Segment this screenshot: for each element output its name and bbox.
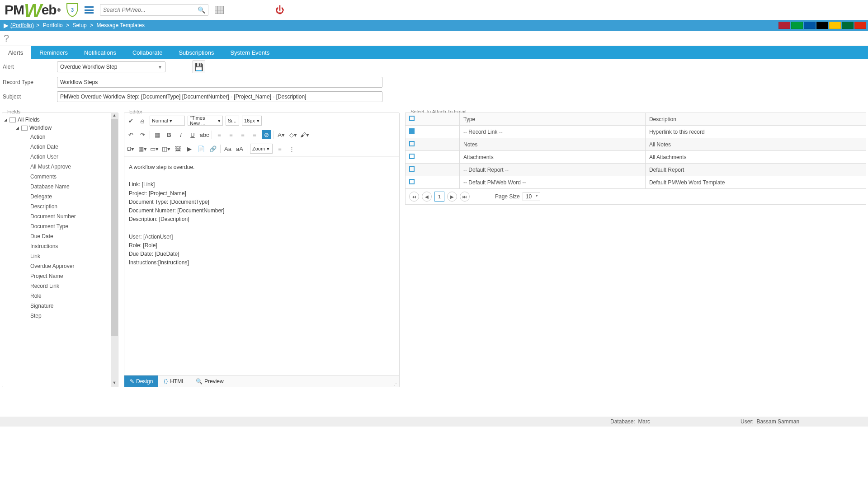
field-database-name[interactable]: Database Name (4, 182, 116, 192)
link-icon[interactable]: 🔗 (208, 144, 217, 153)
save-button[interactable]: 💾 (193, 61, 205, 73)
design-tab[interactable]: ✎Design (124, 375, 158, 387)
scroll-down-icon[interactable]: ▼ (111, 380, 118, 387)
attach-checkbox[interactable] (409, 128, 415, 134)
field-instructions[interactable]: Instructions (4, 241, 116, 251)
field-delegate[interactable]: Delegate (4, 192, 116, 202)
field-due-date[interactable]: Due Date (4, 231, 116, 241)
select-all-icon[interactable]: ▦ (153, 130, 162, 139)
print-icon[interactable]: 🖨 (138, 116, 147, 125)
search-input[interactable] (103, 7, 198, 13)
pager-current[interactable]: 1 (434, 192, 444, 202)
breadcrumb-root[interactable]: (Portfolio) (10, 22, 34, 28)
tab-notifications[interactable]: Notifications (76, 46, 124, 59)
remove-align-icon[interactable]: ⊘ (262, 130, 271, 139)
align-right-icon[interactable]: ≡ (238, 130, 247, 139)
field-role[interactable]: Role (4, 291, 116, 301)
field-action-user[interactable]: Action User (4, 152, 116, 162)
subject-field[interactable]: PMWeb Overdue Workflow Step: [DocumentTy… (57, 91, 382, 102)
editor-body[interactable]: A workflow step is overdue. Link: [Link]… (124, 157, 399, 273)
tab-system-events[interactable]: System Events (222, 46, 278, 59)
media-icon[interactable]: ▶ (185, 144, 194, 153)
flag-0[interactable] (778, 22, 790, 29)
breadcrumb-item-0[interactable]: Portfolio (43, 22, 63, 28)
align-center-icon[interactable]: ≡ (226, 130, 236, 139)
image-icon[interactable]: 🖼 (173, 144, 182, 153)
tree-scrollbar[interactable]: ▲ ▼ (111, 113, 118, 387)
attach-checkbox[interactable] (409, 141, 415, 146)
flag-1[interactable] (791, 22, 803, 29)
font-size-select[interactable]: 16px▾ (242, 116, 262, 126)
search-icon[interactable]: 🔍 (198, 6, 205, 14)
field-document-number[interactable]: Document Number (4, 211, 116, 221)
case-upper-icon[interactable]: Aa (223, 144, 232, 153)
collapse-icon[interactable]: ◢ (4, 117, 9, 122)
border-icon[interactable]: ▭▾ (150, 144, 159, 153)
attach-checkbox[interactable] (409, 154, 415, 159)
field-document-type[interactable]: Document Type (4, 221, 116, 231)
menu-icon[interactable] (85, 6, 94, 14)
page-size-select[interactable]: 10 (523, 192, 540, 201)
flag-3[interactable] (816, 22, 828, 29)
italic-icon[interactable]: I (176, 130, 185, 139)
tab-subscriptions[interactable]: Subscriptions (170, 46, 222, 59)
font-realsize-select[interactable]: Si... (226, 116, 239, 126)
field-link[interactable]: Link (4, 251, 116, 261)
underline-icon[interactable]: U (188, 130, 197, 139)
zoom-select[interactable]: Zoom▾ (250, 144, 273, 154)
redo-icon[interactable]: ↷ (138, 130, 147, 139)
search-box[interactable]: 🔍 (100, 4, 208, 16)
pager-last[interactable]: ⏭ (460, 192, 470, 202)
alert-dropdown[interactable]: Overdue Workflow Step ▼ (57, 61, 165, 72)
field-overdue-approver[interactable]: Overdue Approver (4, 261, 116, 271)
unordered-list-icon[interactable]: ⋮ (287, 144, 296, 153)
tree-root[interactable]: ◢ All Fields (4, 116, 116, 124)
document-icon[interactable]: 📄 (197, 144, 206, 153)
record-type-field[interactable]: Workflow Steps (57, 77, 382, 88)
bold-icon[interactable]: B (165, 130, 174, 139)
align-left-icon[interactable]: ≡ (215, 130, 224, 139)
resize-handle-icon[interactable]: ⋰ (394, 381, 398, 386)
pager-first[interactable]: ⏮ (409, 192, 419, 202)
field-project-name[interactable]: Project Name (4, 271, 116, 281)
highlight-icon[interactable]: ◇▾ (288, 130, 297, 139)
flag-5[interactable] (842, 22, 854, 29)
module-icon[interactable]: ◫▾ (161, 144, 170, 153)
tab-alerts[interactable]: Alerts (0, 46, 31, 59)
scroll-thumb[interactable] (111, 119, 118, 336)
undo-icon[interactable]: ↶ (126, 130, 135, 139)
field-signature[interactable]: Signature (4, 301, 116, 311)
scroll-up-icon[interactable]: ▲ (111, 113, 118, 119)
html-tab[interactable]: ⟨⟩HTML (158, 375, 190, 387)
tab-reminders[interactable]: Reminders (31, 46, 76, 59)
power-icon[interactable]: ⏻ (275, 5, 284, 15)
shield-badge[interactable]: 3 (66, 3, 78, 17)
tab-collaborate[interactable]: Collaborate (124, 46, 171, 59)
breadcrumb-item-1[interactable]: Setup (72, 22, 86, 28)
symbol-icon[interactable]: Ω▾ (126, 144, 135, 153)
tree-group[interactable]: ◢ Workflow (4, 124, 116, 132)
pager-next[interactable]: ▶ (447, 192, 457, 202)
field-record-link[interactable]: Record Link (4, 281, 116, 291)
flag-6[interactable] (854, 22, 866, 29)
select-all-checkbox[interactable] (409, 116, 415, 121)
field-action[interactable]: Action (4, 132, 116, 142)
help-icon[interactable]: ? (4, 33, 9, 44)
collapse-icon[interactable]: ◢ (16, 126, 20, 130)
flag-4[interactable] (829, 22, 841, 29)
col-description[interactable]: Description (645, 113, 866, 126)
strikethrough-icon[interactable]: abc (200, 130, 209, 139)
breadcrumb-item-2[interactable]: Message Templates (96, 22, 145, 28)
font-family-select[interactable]: "Times New ...▾ (188, 116, 223, 126)
case-lower-icon[interactable]: aA (235, 144, 244, 153)
font-color-icon[interactable]: A▾ (277, 130, 286, 139)
field-action-date[interactable]: Action Date (4, 142, 116, 152)
field-comments[interactable]: Comments (4, 172, 116, 182)
table-icon[interactable]: ▦▾ (138, 144, 147, 153)
field-all-must-approve[interactable]: All Must Approve (4, 162, 116, 172)
paragraph-style-select[interactable]: Normal▾ (150, 116, 185, 126)
apps-grid-icon[interactable] (215, 6, 224, 14)
spellcheck-icon[interactable]: ✔ (126, 116, 135, 125)
flag-2[interactable] (804, 22, 816, 29)
field-step[interactable]: Step (4, 311, 116, 321)
